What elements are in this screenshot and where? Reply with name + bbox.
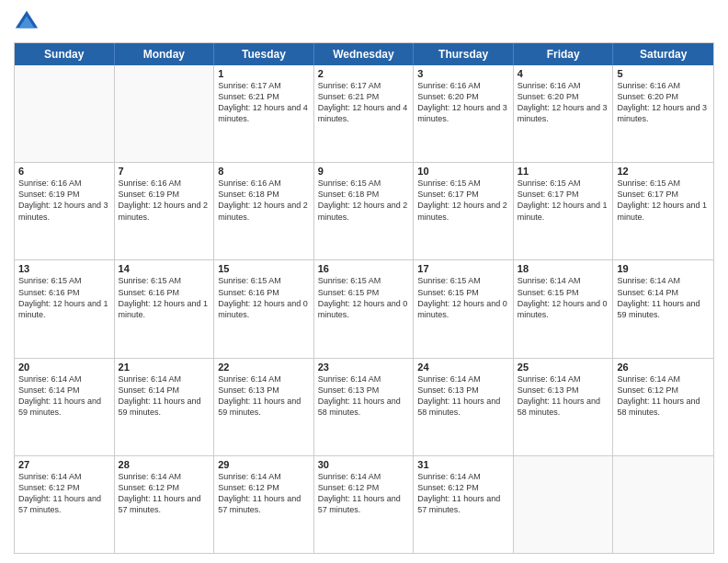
day-number: 13 [18, 263, 110, 274]
calendar-cell: 25Sunrise: 6:14 AM Sunset: 6:13 PM Dayli… [514, 359, 614, 455]
day-number: 4 [518, 68, 609, 79]
calendar-cell: 28Sunrise: 6:14 AM Sunset: 6:12 PM Dayli… [115, 456, 215, 553]
weekday-header-saturday: Saturday [613, 43, 713, 65]
day-number: 24 [417, 362, 509, 373]
calendar-row-2: 13Sunrise: 6:15 AM Sunset: 6:16 PM Dayli… [15, 259, 713, 357]
day-number: 21 [119, 362, 210, 373]
day-number: 18 [518, 263, 609, 274]
day-info: Sunrise: 6:15 AM Sunset: 6:18 PM Dayligh… [318, 178, 410, 223]
day-info: Sunrise: 6:15 AM Sunset: 6:15 PM Dayligh… [417, 275, 509, 320]
calendar-cell: 17Sunrise: 6:15 AM Sunset: 6:15 PM Dayli… [414, 260, 514, 357]
day-number: 6 [18, 166, 110, 177]
day-info: Sunrise: 6:15 AM Sunset: 6:17 PM Dayligh… [617, 178, 710, 223]
day-info: Sunrise: 6:16 AM Sunset: 6:19 PM Dayligh… [18, 178, 110, 223]
day-info: Sunrise: 6:17 AM Sunset: 6:21 PM Dayligh… [218, 80, 310, 125]
day-info: Sunrise: 6:16 AM Sunset: 6:20 PM Dayligh… [617, 80, 710, 125]
day-number: 5 [617, 68, 710, 79]
day-info: Sunrise: 6:14 AM Sunset: 6:14 PM Dayligh… [617, 275, 710, 320]
calendar-cell: 19Sunrise: 6:14 AM Sunset: 6:14 PM Dayli… [613, 260, 713, 357]
day-number: 2 [318, 68, 410, 79]
day-number: 15 [218, 263, 310, 274]
day-info: Sunrise: 6:14 AM Sunset: 6:12 PM Dayligh… [119, 471, 210, 516]
day-number: 10 [417, 166, 509, 177]
day-number: 22 [218, 362, 310, 373]
calendar-cell [613, 456, 713, 553]
calendar-cell: 14Sunrise: 6:15 AM Sunset: 6:16 PM Dayli… [115, 260, 215, 357]
day-info: Sunrise: 6:14 AM Sunset: 6:13 PM Dayligh… [518, 373, 609, 419]
calendar: SundayMondayTuesdayWednesdayThursdayFrid… [14, 42, 714, 554]
day-number: 27 [18, 459, 110, 470]
day-number: 7 [119, 166, 210, 177]
calendar-cell: 13Sunrise: 6:15 AM Sunset: 6:16 PM Dayli… [15, 260, 115, 357]
calendar-cell: 26Sunrise: 6:14 AM Sunset: 6:12 PM Dayli… [613, 359, 713, 455]
calendar-cell: 24Sunrise: 6:14 AM Sunset: 6:13 PM Dayli… [414, 359, 514, 455]
header [14, 9, 714, 35]
calendar-cell: 22Sunrise: 6:14 AM Sunset: 6:13 PM Dayli… [214, 359, 314, 455]
weekday-header-monday: Monday [115, 43, 215, 65]
day-number: 1 [218, 68, 310, 79]
calendar-cell: 3Sunrise: 6:16 AM Sunset: 6:20 PM Daylig… [414, 65, 514, 162]
calendar-cell: 2Sunrise: 6:17 AM Sunset: 6:21 PM Daylig… [314, 65, 415, 162]
calendar-cell: 21Sunrise: 6:14 AM Sunset: 6:14 PM Dayli… [115, 359, 215, 455]
day-number: 11 [518, 166, 609, 177]
weekday-header-tuesday: Tuesday [214, 43, 314, 65]
calendar-cell: 18Sunrise: 6:14 AM Sunset: 6:15 PM Dayli… [514, 260, 614, 357]
day-info: Sunrise: 6:17 AM Sunset: 6:21 PM Dayligh… [318, 80, 410, 125]
day-number: 30 [318, 459, 410, 470]
calendar-body: 1Sunrise: 6:17 AM Sunset: 6:21 PM Daylig… [15, 65, 713, 553]
day-info: Sunrise: 6:15 AM Sunset: 6:15 PM Dayligh… [318, 275, 410, 320]
day-info: Sunrise: 6:14 AM Sunset: 6:13 PM Dayligh… [417, 373, 509, 419]
day-number: 28 [119, 459, 210, 470]
day-info: Sunrise: 6:14 AM Sunset: 6:12 PM Dayligh… [318, 471, 410, 516]
calendar-cell: 29Sunrise: 6:14 AM Sunset: 6:12 PM Dayli… [214, 456, 314, 553]
calendar-cell: 7Sunrise: 6:16 AM Sunset: 6:19 PM Daylig… [115, 163, 215, 259]
calendar-cell: 5Sunrise: 6:16 AM Sunset: 6:20 PM Daylig… [613, 65, 713, 162]
day-info: Sunrise: 6:14 AM Sunset: 6:12 PM Dayligh… [18, 471, 110, 516]
weekday-header-friday: Friday [514, 43, 614, 65]
day-info: Sunrise: 6:14 AM Sunset: 6:14 PM Dayligh… [119, 373, 210, 419]
day-number: 16 [318, 263, 410, 274]
page: SundayMondayTuesdayWednesdayThursdayFrid… [0, 0, 728, 563]
calendar-row-0: 1Sunrise: 6:17 AM Sunset: 6:21 PM Daylig… [15, 65, 713, 162]
calendar-cell: 27Sunrise: 6:14 AM Sunset: 6:12 PM Dayli… [15, 456, 115, 553]
day-number: 3 [417, 68, 509, 79]
calendar-cell: 12Sunrise: 6:15 AM Sunset: 6:17 PM Dayli… [613, 163, 713, 259]
day-number: 25 [518, 362, 609, 373]
calendar-cell: 23Sunrise: 6:14 AM Sunset: 6:13 PM Dayli… [314, 359, 415, 455]
day-number: 8 [218, 166, 310, 177]
day-info: Sunrise: 6:16 AM Sunset: 6:20 PM Dayligh… [417, 80, 509, 125]
calendar-cell: 10Sunrise: 6:15 AM Sunset: 6:17 PM Dayli… [414, 163, 514, 259]
calendar-header: SundayMondayTuesdayWednesdayThursdayFrid… [15, 43, 713, 65]
calendar-cell: 30Sunrise: 6:14 AM Sunset: 6:12 PM Dayli… [314, 456, 415, 553]
day-number: 19 [617, 263, 710, 274]
calendar-row-4: 27Sunrise: 6:14 AM Sunset: 6:12 PM Dayli… [15, 455, 713, 553]
day-info: Sunrise: 6:14 AM Sunset: 6:15 PM Dayligh… [518, 275, 609, 320]
calendar-cell: 1Sunrise: 6:17 AM Sunset: 6:21 PM Daylig… [214, 65, 314, 162]
day-info: Sunrise: 6:15 AM Sunset: 6:17 PM Dayligh… [417, 178, 509, 223]
calendar-cell [15, 65, 115, 162]
day-number: 26 [617, 362, 710, 373]
calendar-cell: 6Sunrise: 6:16 AM Sunset: 6:19 PM Daylig… [15, 163, 115, 259]
calendar-cell: 9Sunrise: 6:15 AM Sunset: 6:18 PM Daylig… [314, 163, 415, 259]
calendar-row-1: 6Sunrise: 6:16 AM Sunset: 6:19 PM Daylig… [15, 162, 713, 259]
calendar-cell: 8Sunrise: 6:16 AM Sunset: 6:18 PM Daylig… [214, 163, 314, 259]
day-number: 29 [218, 459, 310, 470]
weekday-header-thursday: Thursday [414, 43, 514, 65]
calendar-cell: 31Sunrise: 6:14 AM Sunset: 6:12 PM Dayli… [414, 456, 514, 553]
day-info: Sunrise: 6:16 AM Sunset: 6:20 PM Dayligh… [518, 80, 609, 125]
calendar-row-3: 20Sunrise: 6:14 AM Sunset: 6:14 PM Dayli… [15, 358, 713, 455]
day-info: Sunrise: 6:15 AM Sunset: 6:16 PM Dayligh… [119, 275, 210, 320]
day-info: Sunrise: 6:16 AM Sunset: 6:18 PM Dayligh… [218, 178, 310, 223]
calendar-cell: 4Sunrise: 6:16 AM Sunset: 6:20 PM Daylig… [514, 65, 614, 162]
day-info: Sunrise: 6:14 AM Sunset: 6:14 PM Dayligh… [18, 373, 110, 419]
logo-icon [14, 9, 40, 35]
day-number: 14 [119, 263, 210, 274]
day-number: 20 [18, 362, 110, 373]
day-number: 31 [417, 459, 509, 470]
day-info: Sunrise: 6:14 AM Sunset: 6:13 PM Dayligh… [318, 373, 410, 419]
day-number: 17 [417, 263, 509, 274]
day-info: Sunrise: 6:16 AM Sunset: 6:19 PM Dayligh… [119, 178, 210, 223]
day-info: Sunrise: 6:14 AM Sunset: 6:13 PM Dayligh… [218, 373, 310, 419]
day-number: 12 [617, 166, 710, 177]
calendar-cell: 15Sunrise: 6:15 AM Sunset: 6:16 PM Dayli… [214, 260, 314, 357]
